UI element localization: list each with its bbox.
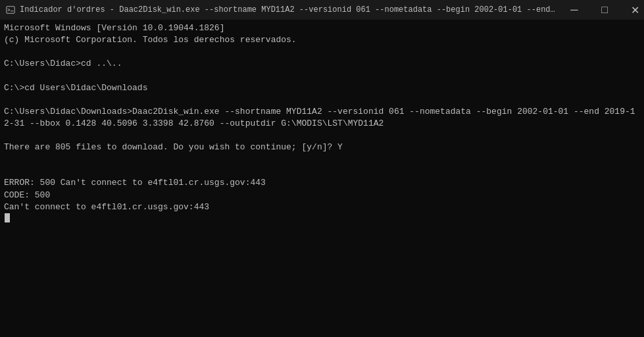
title-bar-controls: ─ □ ✕	[559, 0, 644, 20]
terminal-icon	[5, 5, 16, 15]
terminal-body[interactable]: Microsoft Windows [Versión 10.0.19044.18…	[0, 20, 644, 337]
terminal-cursor	[5, 213, 10, 222]
terminal-line-14: Can't connect to e4ftl01.cr.usgs.gov:443	[4, 201, 640, 213]
title-bar-left: Indicador d'ordres - Daac2Disk_win.exe -…	[5, 5, 559, 15]
terminal-line-13: CODE: 500	[4, 190, 640, 201]
minimize-button[interactable]: ─	[559, 0, 589, 20]
cursor-line	[4, 213, 640, 222]
terminal-line-6	[4, 94, 640, 106]
terminal-line-2	[4, 46, 640, 58]
close-button[interactable]: ✕	[620, 0, 644, 20]
terminal-line-10	[4, 153, 640, 165]
title-bar-title: Indicador d'ordres - Daac2Disk_win.exe -…	[20, 5, 559, 14]
terminal-line-5: C:\>cd Users\Didac\Downloads	[4, 82, 640, 94]
terminal-window: Indicador d'ordres - Daac2Disk_win.exe -…	[0, 0, 644, 337]
terminal-line-7: C:\Users\Didac\Downloads>Daac2Disk_win.e…	[4, 106, 640, 130]
terminal-line-1: (c) Microsoft Corporation. Todos los der…	[4, 34, 640, 46]
terminal-line-0: Microsoft Windows [Versión 10.0.19044.18…	[4, 22, 640, 34]
title-bar: Indicador d'ordres - Daac2Disk_win.exe -…	[0, 0, 644, 20]
terminal-line-11	[4, 165, 640, 177]
terminal-line-12: ERROR: 500 Can't connect to e4ftl01.cr.u…	[4, 177, 640, 189]
maximize-button[interactable]: □	[589, 0, 620, 20]
terminal-line-4	[4, 70, 640, 82]
terminal-line-9: There are 805 files to download. Do you …	[4, 142, 640, 153]
terminal-line-8	[4, 130, 640, 142]
terminal-line-3: C:\Users\Didac>cd ..\..	[4, 58, 640, 70]
